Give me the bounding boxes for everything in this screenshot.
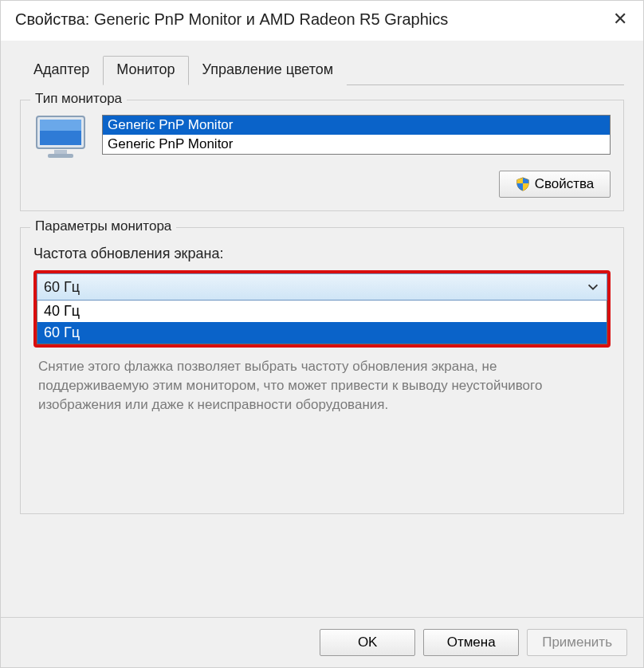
monitor-type-group: Тип монитора Generic PnP Monitor Generic… [20, 100, 624, 211]
svg-rect-2 [40, 120, 81, 131]
svg-rect-3 [54, 150, 67, 154]
tab-monitor[interactable]: Монитор [103, 56, 188, 85]
tab-panel-monitor: Тип монитора Generic PnP Monitor Generic… [20, 85, 624, 514]
monitor-list[interactable]: Generic PnP Monitor Generic PnP Monitor [102, 115, 611, 155]
shield-icon [516, 177, 530, 191]
refresh-rate-combobox[interactable]: 60 Гц [37, 273, 607, 301]
window-title: Свойства: Generic PnP Monitor и AMD Rade… [15, 10, 448, 29]
tab-adapter[interactable]: Адаптер [20, 56, 103, 85]
refresh-rate-dropdown[interactable]: 40 Гц 60 Гц [37, 301, 607, 344]
monitor-params-group: Параметры монитора Частота обновления эк… [20, 227, 624, 514]
tab-row: Адаптер Монитор Управление цветом [20, 55, 624, 85]
cancel-button[interactable]: Отмена [423, 629, 519, 656]
monitor-icon [33, 115, 91, 159]
titlebar: Свойства: Generic PnP Monitor и AMD Rade… [1, 1, 643, 41]
dropdown-item[interactable]: 40 Гц [37, 301, 607, 322]
ok-button[interactable]: OK [320, 629, 415, 656]
refresh-rate-value: 60 Гц [44, 279, 586, 296]
properties-button-label: Свойства [535, 176, 595, 192]
refresh-rate-help: Снятие этого флажка позволяет выбрать ча… [33, 357, 611, 414]
apply-button[interactable]: Применить [527, 629, 627, 656]
list-item[interactable]: Generic PnP Monitor [103, 135, 610, 154]
svg-rect-4 [48, 154, 73, 158]
chevron-down-icon [586, 280, 600, 294]
refresh-rate-label: Частота обновления экрана: [33, 246, 611, 262]
dropdown-item[interactable]: 60 Гц [37, 322, 607, 344]
properties-dialog: Свойства: Generic PnP Monitor и AMD Rade… [0, 0, 644, 668]
refresh-rate-highlight: 60 Гц 40 Гц 60 Гц [33, 270, 611, 348]
properties-button[interactable]: Свойства [499, 171, 611, 198]
monitor-params-title: Параметры монитора [30, 218, 176, 234]
tab-color-management[interactable]: Управление цветом [189, 56, 348, 85]
close-icon[interactable]: ✕ [608, 9, 632, 29]
list-item[interactable]: Generic PnP Monitor [103, 116, 610, 135]
monitor-type-title: Тип монитора [30, 91, 127, 107]
dialog-footer: OK Отмена Применить [1, 617, 643, 667]
